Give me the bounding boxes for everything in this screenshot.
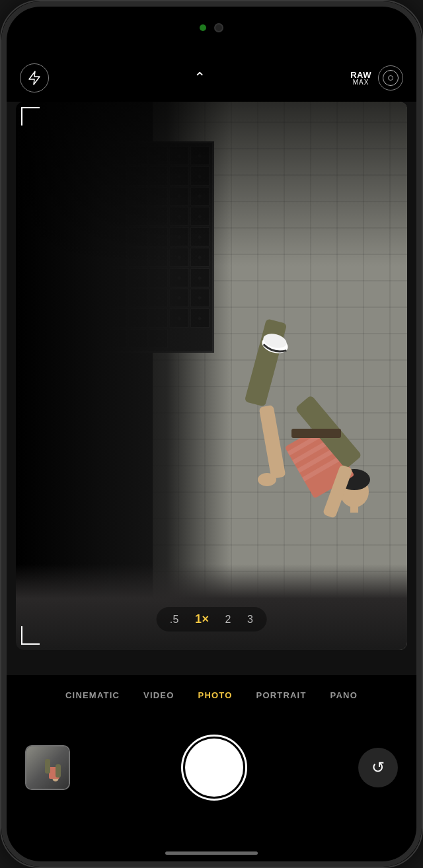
notch — [159, 16, 264, 40]
mode-pano[interactable]: PANO — [319, 675, 369, 715]
home-indicator[interactable] — [165, 851, 258, 855]
zoom-3x-button[interactable]: 3 — [247, 614, 253, 626]
viewfinder-corner-top-left — [21, 107, 40, 126]
zoom-point5-button[interactable]: .5 — [170, 614, 179, 626]
live-photo-button[interactable] — [378, 65, 403, 90]
mode-cinematic[interactable]: CINEMATIC — [54, 675, 132, 715]
flip-camera-icon: ↺ — [371, 758, 385, 777]
max-label: MAX — [353, 79, 369, 86]
shutter-row: ↺ — [1, 715, 422, 820]
flip-camera-button[interactable]: ↺ — [358, 748, 398, 787]
viewfinder-corner-bottom-left — [21, 626, 40, 645]
mode-photo[interactable]: PHOTO — [186, 675, 245, 715]
camera-viewfinder[interactable]: .5 1× 2 3 — [16, 102, 407, 650]
thumbnail-preview — [26, 746, 69, 789]
scene-background — [16, 102, 407, 650]
last-photo-thumbnail[interactable] — [25, 745, 70, 790]
mute-switch[interactable] — [0, 133, 2, 160]
camera-indicator-dot — [200, 24, 206, 31]
shutter-button[interactable] — [185, 739, 243, 797]
zoom-controls: .5 1× 2 3 — [157, 607, 267, 632]
mode-video[interactable]: VIDEO — [132, 675, 186, 715]
faceid-sensor — [214, 23, 223, 32]
shadow-overlay-top — [16, 102, 407, 266]
top-center-control[interactable]: ⌃ — [194, 69, 206, 87]
bottom-controls-area: CINEMATIC VIDEO PHOTO PORTRAIT PANO — [1, 675, 422, 867]
svg-rect-18 — [45, 759, 50, 774]
volume-up-button[interactable] — [0, 173, 2, 213]
raw-max-toggle[interactable]: RAW MAX — [350, 71, 371, 86]
zoom-2x-button[interactable]: 2 — [225, 614, 231, 626]
status-bar — [1, 1, 422, 54]
mode-portrait[interactable]: PORTRAIT — [245, 675, 319, 715]
svg-rect-8 — [245, 318, 288, 407]
volume-down-button[interactable] — [0, 226, 2, 266]
svg-rect-2 — [350, 503, 358, 513]
svg-rect-11 — [259, 405, 286, 479]
top-controls-bar: ⌃ RAW MAX — [1, 54, 422, 102]
raw-label: RAW — [350, 71, 371, 79]
phone-frame: ⌃ RAW MAX — [0, 0, 423, 868]
flash-button[interactable] — [20, 63, 49, 92]
svg-rect-10 — [291, 429, 341, 438]
live-photo-icon — [383, 70, 399, 86]
person-subject — [215, 240, 387, 571]
chevron-up-icon: ⌃ — [194, 69, 206, 87]
svg-point-12 — [258, 473, 276, 486]
zoom-1x-button[interactable]: 1× — [195, 612, 210, 626]
svg-rect-19 — [56, 764, 61, 778]
camera-mode-selector: CINEMATIC VIDEO PHOTO PORTRAIT PANO — [1, 675, 422, 715]
